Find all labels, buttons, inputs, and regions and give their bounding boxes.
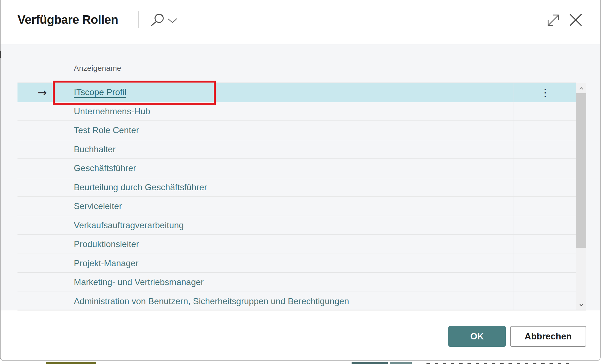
table-row[interactable]: → Buchhalter ⋮ (17, 140, 576, 159)
table-row[interactable]: → Beurteilung durch Geschäftsführer ⋮ (17, 178, 576, 197)
table-row[interactable]: → Unternehmens-Hub ⋮ (17, 102, 576, 121)
role-name-link[interactable]: Test Role Center (74, 125, 139, 135)
screen: { "window": { "title": "Verfügbare Rolle… (0, 0, 602, 364)
ok-button[interactable]: OK (448, 326, 506, 347)
table-row[interactable]: → Marketing- und Vertriebsmanager ⋮ (17, 272, 576, 292)
dialog-footer: OK Abbrechen (1, 310, 600, 361)
role-name-link[interactable]: Projekt-Manager (74, 258, 139, 268)
cancel-button[interactable]: Abbrechen (510, 326, 586, 347)
chevron-down-icon (168, 19, 177, 23)
table-row[interactable]: → Serviceleiter ⋮ (17, 196, 576, 216)
background-page-sliver (426, 363, 574, 364)
expand-dialog-button[interactable] (545, 12, 561, 28)
close-dialog-button[interactable] (569, 13, 583, 27)
role-name-link[interactable]: Geschäftsführer (74, 163, 136, 173)
background-page-sliver (0, 51, 1, 58)
table-row[interactable]: → Produktionsleiter ⋮ (17, 234, 576, 254)
background-page-sliver (390, 362, 412, 364)
expand-icon (545, 12, 561, 28)
table-row[interactable]: → Verkaufsauftragverarbeitung ⋮ (17, 216, 576, 235)
role-name-link[interactable]: Beurteilung durch Geschäftsführer (74, 182, 207, 192)
scrollbar-thumb[interactable] (576, 93, 586, 248)
dialog-content: Anzeigename → ITscope Profil ⋮ → Unterne… (1, 44, 600, 310)
close-icon (569, 13, 583, 27)
role-name-link[interactable]: Unternehmens-Hub (74, 106, 150, 116)
row-ellipsis-menu-icon[interactable]: ⋮ (540, 87, 550, 98)
available-roles-dialog: Verfügbare Rollen (0, 0, 601, 361)
table-row[interactable]: → ITscope Profil ⋮ (17, 83, 576, 102)
column-header-anzeigename[interactable]: Anzeigename (74, 64, 121, 73)
roles-list: → ITscope Profil ⋮ → Unternehmens-Hub ⋮ … (17, 83, 576, 310)
table-row[interactable]: → Projekt-Manager ⋮ (17, 254, 576, 273)
role-name-link[interactable]: ITscope Profil (74, 87, 126, 97)
chevron-down-icon[interactable] (579, 303, 583, 306)
column-divider (513, 83, 513, 310)
role-name-link[interactable]: Produktionsleiter (74, 239, 139, 249)
selected-row-arrow-icon: → (38, 86, 47, 99)
table-row[interactable]: → Administration von Benutzern, Sicherhe… (17, 292, 576, 311)
search-icon (151, 14, 163, 26)
table-row[interactable]: → Geschäftsführer ⋮ (17, 158, 576, 178)
role-name-link[interactable]: Administration von Benutzern, Sicherheit… (74, 296, 349, 306)
roles-table: → ITscope Profil ⋮ → Unternehmens-Hub ⋮ … (17, 83, 586, 310)
page-title: Verfügbare Rollen (17, 12, 118, 27)
role-name-link[interactable]: Buchhalter (74, 144, 116, 154)
chevron-up-icon[interactable] (579, 87, 583, 90)
role-name-link[interactable]: Marketing- und Vertriebsmanager (74, 277, 204, 287)
background-page-sliver (46, 362, 96, 364)
title-divider (138, 11, 139, 28)
table-row[interactable]: → Test Role Center ⋮ (17, 121, 576, 140)
background-page-sliver (352, 362, 388, 364)
vertical-scrollbar[interactable] (576, 83, 586, 310)
search-button[interactable] (147, 10, 183, 30)
role-name-link[interactable]: Verkaufsauftragverarbeitung (74, 220, 184, 230)
role-name-link[interactable]: Serviceleiter (74, 201, 122, 211)
dialog-header: Verfügbare Rollen (1, 0, 600, 44)
